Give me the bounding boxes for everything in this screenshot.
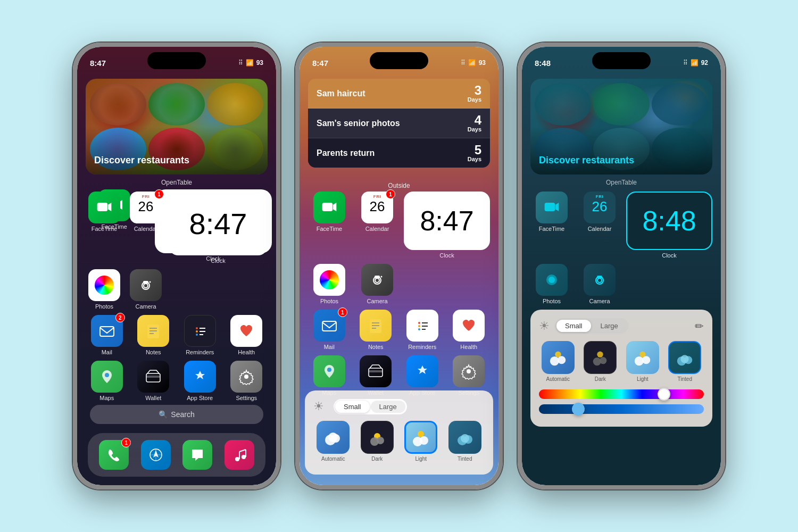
widget-opt-light-3[interactable]: Light (624, 341, 662, 382)
size-small-3[interactable]: Small (556, 320, 591, 332)
maps-icon-2 (313, 355, 345, 387)
svg-rect-36 (375, 276, 380, 278)
app-appstore-2[interactable]: App Store (401, 355, 444, 396)
countdown-days3: 5 Days (468, 144, 481, 162)
size-large-2[interactable]: Large (371, 401, 405, 413)
widget-opt-light-2[interactable]: Light (401, 421, 441, 462)
reminders-icon-2 (406, 310, 438, 342)
app-photos-2[interactable]: Photos (308, 264, 351, 304)
appstore-icon (184, 361, 216, 393)
clock-col-2[interactable]: 8:47 Clock (404, 192, 490, 259)
svg-point-68 (548, 277, 555, 283)
app-camera-r2[interactable]: Camera (127, 269, 164, 310)
facetime-icon (88, 192, 120, 223)
app-maps-r4[interactable]: Maps (86, 361, 128, 401)
status-icons-2: ⠿ 📶 93 (461, 59, 486, 66)
rainbow-thumb-3[interactable] (658, 388, 670, 401)
grid-row1: FaceTime FRI 26 1 Calendar 8:47 (86, 192, 268, 264)
svg-point-52 (467, 369, 471, 373)
clock-col-3[interactable]: 8:48 Clock (626, 192, 712, 259)
app-mail-2[interactable]: 1 Mail (308, 310, 351, 350)
app-maps-2[interactable]: Maps (308, 355, 351, 396)
appstore-icon-2 (406, 355, 438, 387)
app-wallet-r4[interactable]: Wallet (132, 361, 175, 401)
clock-big-3: 8:48 (642, 205, 696, 237)
app-grid-2: FaceTime FRI 26 1 Calendar 8:47 (308, 192, 490, 396)
dock-music-1[interactable] (225, 440, 254, 470)
dock-1: 1 (88, 433, 265, 477)
wallet-icon-2 (360, 355, 392, 387)
outside-label-2: Outside (300, 182, 498, 189)
app-health-r3[interactable]: Health (226, 315, 268, 355)
status-time-1: 8:47 (90, 59, 106, 68)
app-mail-r3[interactable]: 2 Mail (86, 315, 128, 355)
restaurant-widget-3[interactable]: Discover restaurants (530, 79, 712, 174)
size-small-2[interactable]: Small (335, 401, 370, 413)
calendar-icon-2: FRI 26 1 (361, 192, 393, 223)
clock-big-2: 8:47 (420, 205, 473, 237)
music-icon-1 (225, 440, 254, 470)
sun-icon-3: ☀ (539, 319, 550, 333)
phone1: 8:47 ⠿ 📶 93 (73, 43, 280, 489)
widget-opt-auto-2[interactable]: Automatic (313, 421, 353, 462)
restaurant-widget-text-1: Discover restaurants (94, 155, 189, 166)
phone2-screen: 8:47 ⠿ 📶 93 Sam haircut 3 Days (300, 47, 498, 485)
camera-icon (130, 269, 162, 301)
app-wallet-2[interactable]: Wallet (355, 355, 397, 396)
svg-point-43 (418, 322, 420, 324)
app-photos-r2[interactable]: Photos (86, 269, 123, 310)
app-facetime-r1[interactable]: FaceTime (86, 192, 123, 264)
phone1-screen: 8:47 ⠿ 📶 93 (77, 47, 276, 485)
dock-phone-1[interactable]: 1 (99, 440, 129, 470)
countdown-row1: Sam haircut 3 Days (308, 79, 490, 109)
countdown-widget-2[interactable]: Sam haircut 3 Days Sam's senior photos 4… (308, 79, 490, 168)
app-photos-3[interactable]: Photos (530, 264, 573, 304)
svg-point-83 (681, 355, 689, 363)
svg-point-15 (196, 334, 198, 336)
widget-opt-auto-3[interactable]: Automatic (539, 341, 577, 382)
app-camera-3[interactable]: Camera (578, 264, 621, 304)
app-camera-2[interactable]: Camera (356, 264, 398, 304)
app-notes-2[interactable]: Notes (355, 310, 397, 350)
eyedropper-icon-3[interactable]: ✏ (695, 320, 704, 332)
svg-point-61 (420, 436, 428, 445)
calendar-badge: 1 (154, 189, 164, 199)
widget-opt-tinted-2[interactable]: Tinted (445, 421, 485, 462)
clock-col[interactable]: 8:47 Clock (169, 192, 268, 264)
app-settings-r4[interactable]: Settings (226, 361, 268, 401)
app-facetime-2[interactable]: FaceTime (308, 192, 351, 259)
sun-icon-2: ☀ (313, 400, 328, 414)
svg-point-58 (377, 437, 384, 444)
app-notes-r3[interactable]: Notes (132, 315, 175, 355)
widget-opt-dark-2[interactable]: Dark (358, 421, 397, 462)
svg-point-19 (105, 373, 109, 377)
notes-icon (137, 315, 169, 347)
app-health-2[interactable]: Health (448, 310, 491, 350)
restaurant-widget-1[interactable]: Discover restaurants (86, 79, 268, 174)
color-sliders-3 (539, 389, 704, 414)
widget-opt-tinted-3[interactable]: Tinted (666, 341, 704, 382)
app-reminders-r3[interactable]: Reminders (179, 315, 221, 355)
dock-messages-1[interactable] (182, 440, 212, 470)
phone-badge-1: 1 (121, 438, 131, 447)
svg-point-70 (597, 278, 602, 282)
dock-safari-1[interactable] (141, 440, 171, 470)
svg-marker-66 (555, 203, 559, 211)
photos-icon-3 (536, 264, 568, 296)
app-calendar-3[interactable]: FRI 26 Calendar (578, 192, 621, 259)
blue-thumb-3[interactable] (572, 403, 585, 415)
size-large-3[interactable]: Large (592, 320, 627, 332)
app-settings-2[interactable]: Settings (448, 355, 491, 396)
app-facetime-3[interactable]: FaceTime (530, 192, 573, 259)
app-calendar-2[interactable]: FRI 26 1 Calendar (356, 192, 398, 259)
size-toggle-2: Small Large (334, 399, 407, 414)
app-calendar-r1[interactable]: FRI 26 1 Calendar (127, 192, 164, 264)
widget-opt-dark-3[interactable]: Dark (581, 341, 620, 382)
search-bar-1[interactable]: 🔍 Search (90, 405, 263, 424)
app-reminders-2[interactable]: Reminders (401, 310, 444, 350)
status-time-3: 8:48 (535, 59, 551, 68)
health-icon-2 (453, 310, 485, 342)
phone2: 8:47 ⠿ 📶 93 Sam haircut 3 Days (295, 43, 503, 489)
app-appstore-r4[interactable]: App Store (179, 361, 221, 401)
widget-picker-3: ☀ Small Large ✏ Automatic (530, 310, 712, 427)
